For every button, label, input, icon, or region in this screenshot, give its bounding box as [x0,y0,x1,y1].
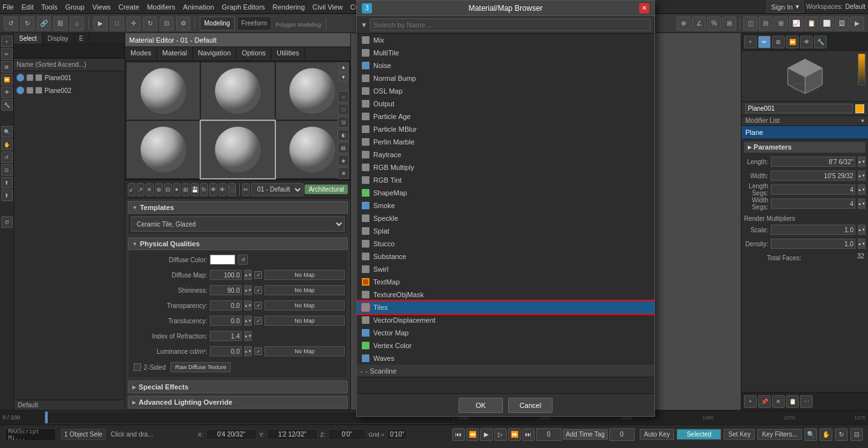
smoke-label: Smoke [373,202,395,209]
textobj-mask-icon [362,291,369,298]
raytrace-label: Raytrace [373,151,401,158]
scanline-section-header[interactable]: - - Scanline [357,365,654,377]
noise-label: Noise [373,62,391,69]
textobj-mask-label: TextureObjMask [373,291,424,298]
particle-age-label: Particle Age [373,113,411,120]
vector-map-icon [362,329,369,337]
waves-icon [362,354,369,362]
dialog-cancel-btn[interactable]: Cancel [508,398,553,413]
rgb-tint-icon [362,176,369,184]
vector-displacement-icon [362,316,369,324]
list-item[interactable]: Perlin Marble [357,136,654,148]
normal-bump-icon [362,74,369,82]
multitile-icon [362,49,369,57]
vector-displacement-label: VectorDisplacement [373,316,436,324]
scanline-collapse-icon: - [361,367,363,375]
swirl-label: Swirl [373,265,389,273]
shapemap-label: ShapeMap [373,189,407,197]
rgb-multiply-label: RGB Multiply [373,164,414,171]
list-item[interactable]: RGB Multiply [357,161,654,174]
dialog-item-list: Mix MultiTile Noise Normal Bump OSL Map [357,34,654,393]
perlin-marble-label: Perlin Marble [373,138,415,146]
mix-icon [362,36,369,44]
mix-label: Mix [373,36,384,44]
list-item[interactable]: Splat [357,225,654,237]
substance-label: Substance [373,253,406,260]
noise-icon [362,62,369,69]
list-item[interactable]: Mix [357,34,654,46]
dialog-footer: OK Cancel [357,393,654,416]
list-item[interactable]: Smoke [357,199,654,212]
substance-icon [362,253,369,260]
dialog-search-row: ▼ [357,16,654,34]
list-item[interactable]: TextMap [357,276,654,288]
vector-map-label: Vector Map [373,329,409,337]
dialog-title: Material/Map Browser [372,4,639,13]
splat-label: Splat [373,227,389,235]
list-item[interactable]: Stucco [357,237,654,250]
list-item[interactable]: Output [357,97,654,110]
list-item[interactable]: RGB Tint [357,174,654,186]
list-item[interactable]: Waves [357,352,654,365]
rgb-tint-label: RGB Tint [373,176,402,184]
list-item[interactable]: OSL Map [357,85,654,97]
list-item[interactable]: Noise [357,59,654,72]
splat-icon [362,227,369,235]
tiles-icon [362,304,369,311]
list-item[interactable]: Particle Age [357,110,654,123]
material-map-browser-dialog: 3 Material/Map Browser ✕ ▼ Mix MultiTile [356,0,655,417]
waves-label: Waves [373,354,394,362]
perlin-marble-icon [362,138,369,146]
list-item[interactable]: ShapeMap [357,186,654,199]
swirl-icon [362,265,369,273]
list-item[interactable]: TextureObjMask [357,288,654,301]
filter-icon: ▼ [361,21,368,29]
list-item[interactable]: MultiTile [357,46,654,59]
speckle-icon [362,214,369,222]
list-item[interactable]: Particle MBlur [357,123,654,136]
particle-mblur-icon [362,125,369,133]
normal-bump-label: Normal Bump [373,74,416,82]
list-item[interactable]: VectorDisplacement [357,314,654,326]
shapemap-icon [362,189,369,197]
stucco-icon [362,240,369,248]
vertex-color-icon [362,342,369,349]
particle-mblur-label: Particle MBlur [373,125,417,133]
dialog-title-bar: 3 Material/Map Browser ✕ [357,1,654,16]
list-item[interactable]: Speckle [357,212,654,225]
dialog-close-btn[interactable]: ✕ [639,3,649,13]
speckle-label: Speckle [373,214,398,222]
list-item[interactable]: Raytrace [357,148,654,161]
textmap-icon [362,278,369,286]
list-item[interactable]: Substance [357,250,654,263]
output-icon [362,100,369,108]
tiles-label: Tiles [373,304,388,311]
dialog-ok-btn[interactable]: OK [458,398,503,413]
dialog-search-input[interactable] [370,18,651,31]
rgb-multiply-icon [362,164,369,171]
output-label: Output [373,100,394,108]
stucco-label: Stucco [373,240,395,248]
list-item[interactable]: Normal Bump [357,72,654,85]
dialog-number-badge: 3 [362,3,372,13]
osl-map-label: OSL Map [373,87,403,95]
smoke-icon [362,202,369,209]
list-item[interactable]: Vector Map [357,326,654,339]
textmap-label: TextMap [373,278,400,286]
dialog-overlay: 3 Material/Map Browser ✕ ▼ Mix MultiTile [0,0,868,448]
particle-age-icon [362,113,369,120]
tiles-list-item[interactable]: Tiles [357,301,654,314]
scanline-label: - Scanline [366,367,397,375]
vertex-color-label: Vertex Color [373,342,412,349]
list-item[interactable]: Swirl [357,263,654,276]
osl-map-icon [362,87,369,95]
multitile-label: MultiTile [373,49,399,57]
raytrace-icon [362,151,369,158]
list-item[interactable]: Vertex Color [357,339,654,352]
